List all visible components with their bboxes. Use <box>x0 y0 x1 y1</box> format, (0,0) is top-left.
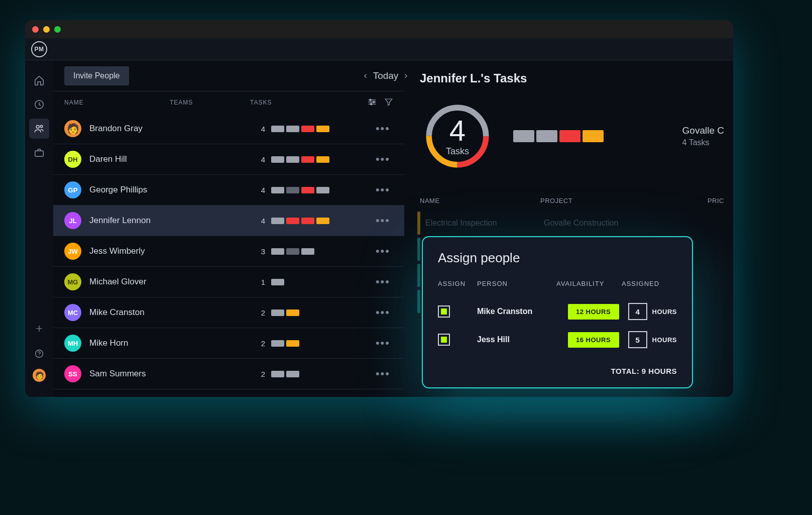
row-more-button[interactable]: ••• <box>376 153 393 166</box>
task-header-priority: PRIC <box>694 197 724 204</box>
list-header-row: NAME TEAMS TASKS <box>53 91 404 114</box>
row-more-button[interactable]: ••• <box>376 122 393 135</box>
window-close-dot[interactable] <box>32 26 39 33</box>
person-name: Daren Hill <box>89 154 170 164</box>
filter-button[interactable] <box>384 97 393 108</box>
sidebar-item-briefcase[interactable] <box>29 143 49 163</box>
row-more-button[interactable]: ••• <box>376 306 393 319</box>
filter-icon <box>384 97 393 107</box>
task-header-project: PROJECT <box>540 197 694 204</box>
assign-row: Mike Cranston12 HOURS4HOURS <box>438 297 677 326</box>
detail-project-sub: 4 Tasks <box>682 138 724 147</box>
task-segment-bar <box>271 156 329 163</box>
avatar: SS <box>64 365 81 382</box>
person-row[interactable]: MCMike Cranston2••• <box>53 297 404 328</box>
sliders-icon <box>367 97 377 107</box>
task-header-name: NAME <box>420 197 540 204</box>
donut-center-value: 4 <box>449 116 466 145</box>
date-prev-button[interactable]: ‹ <box>364 70 367 81</box>
person-name: Michael Glover <box>89 277 170 287</box>
pm-logo[interactable]: PM <box>31 41 47 57</box>
pm-logo-text: PM <box>35 46 44 53</box>
people-rows: 🧑Brandon Gray4•••DHDaren Hill4•••GPGeorg… <box>53 114 404 397</box>
tasks-donut-chart: 4 Tasks <box>420 98 495 174</box>
window-minimize-dot[interactable] <box>43 26 50 33</box>
assigned-hours-unit: HOURS <box>652 336 677 344</box>
list-header-teams: TEAMS <box>170 99 250 106</box>
task-count: 4 <box>250 186 265 194</box>
window-zoom-dot[interactable] <box>54 26 61 33</box>
row-more-button[interactable]: ••• <box>376 337 393 350</box>
assign-checkbox[interactable] <box>438 305 450 318</box>
avatar: MH <box>64 335 81 352</box>
assigned-hours-input[interactable]: 4 <box>628 303 647 320</box>
detail-segment-bar <box>513 130 604 142</box>
person-row[interactable]: JWJess Wimberly3••• <box>53 236 404 267</box>
assign-header-assign: ASSIGN <box>438 280 477 287</box>
app-topbar: PM <box>25 38 733 60</box>
person-row[interactable]: DHDaren Hill4••• <box>53 144 404 175</box>
avatar: MG <box>64 273 81 290</box>
sidebar-help-button[interactable] <box>29 344 49 364</box>
person-row[interactable]: JLJennifer Lennon4••• <box>53 205 404 236</box>
person-row[interactable]: SSSam Summers2••• <box>53 359 404 389</box>
task-segment-bar <box>271 126 329 132</box>
task-color-bar <box>417 212 420 235</box>
assign-person-name: Mike Cranston <box>477 307 568 316</box>
briefcase-icon <box>34 147 45 158</box>
row-more-button[interactable]: ••• <box>376 214 393 227</box>
task-count: 2 <box>250 339 265 348</box>
sidebar-item-home[interactable] <box>29 70 49 90</box>
svg-rect-3 <box>35 151 44 156</box>
assigned-cell: 4HOURS <box>628 303 677 320</box>
row-more-button[interactable]: ••• <box>376 275 393 288</box>
task-name: Electrical Inspection <box>425 219 544 228</box>
row-more-button[interactable]: ••• <box>376 183 393 196</box>
person-row[interactable]: 🧑Brandon Gray4••• <box>53 114 404 144</box>
person-row[interactable]: GPGeorge Phillips4••• <box>53 175 404 205</box>
sidebar: 🧑 <box>25 60 53 397</box>
assigned-hours-unit: HOURS <box>652 308 677 316</box>
assign-popup-title: Assign people <box>438 250 677 266</box>
assign-checkbox[interactable] <box>438 334 450 346</box>
task-row[interactable]: Electrical InspectionGovalle Constructio… <box>420 212 724 235</box>
task-color-bar <box>417 290 420 313</box>
person-name: Jennifer Lennon <box>89 216 170 226</box>
sidebar-item-people[interactable] <box>29 119 49 139</box>
settings-sliders-button[interactable] <box>367 97 377 108</box>
macos-titlebar <box>25 20 733 38</box>
assign-popup-header: ASSIGN PERSON AVAILABILITY ASSIGNED <box>438 280 677 287</box>
current-user-avatar[interactable]: 🧑 <box>33 369 46 382</box>
sidebar-item-clock[interactable] <box>29 94 49 115</box>
avatar: GP <box>64 181 81 198</box>
task-count: 3 <box>250 247 265 256</box>
avatar: DH <box>64 151 81 168</box>
assign-header-person: PERSON <box>477 280 556 287</box>
row-more-button[interactable]: ••• <box>376 367 393 380</box>
task-count: 1 <box>250 278 265 286</box>
task-count: 2 <box>250 370 265 378</box>
invite-people-button[interactable]: Invite People <box>64 66 129 85</box>
availability-pill: 12 HOURS <box>568 304 619 320</box>
svg-point-2 <box>40 125 42 127</box>
date-next-button[interactable]: › <box>404 70 407 81</box>
task-project: Govalle Construction <box>544 219 721 228</box>
assigned-cell: 5HOURS <box>628 331 677 348</box>
assign-header-assigned: ASSIGNED <box>622 280 677 287</box>
assigned-hours-input[interactable]: 5 <box>628 331 647 348</box>
sidebar-add-button[interactable] <box>29 319 49 339</box>
person-row[interactable]: MHMike Horn2••• <box>53 328 404 359</box>
person-name: Sam Summers <box>89 369 170 379</box>
date-nav-label: Today <box>373 70 399 81</box>
list-toolbar: Invite People ‹ Today › <box>53 60 404 91</box>
avatar: JW <box>64 243 81 260</box>
person-name: Jess Wimberly <box>89 246 170 256</box>
person-name: Brandon Gray <box>89 124 170 134</box>
row-more-button[interactable]: ••• <box>376 245 393 258</box>
task-segment-bar <box>271 310 299 316</box>
person-name: George Phillips <box>89 185 170 195</box>
detail-title: Jennifer L.'s Tasks <box>420 71 724 85</box>
date-nav: ‹ Today › <box>364 70 408 81</box>
task-segment-bar <box>271 218 329 224</box>
person-row[interactable]: MGMichael Glover1••• <box>53 267 404 297</box>
